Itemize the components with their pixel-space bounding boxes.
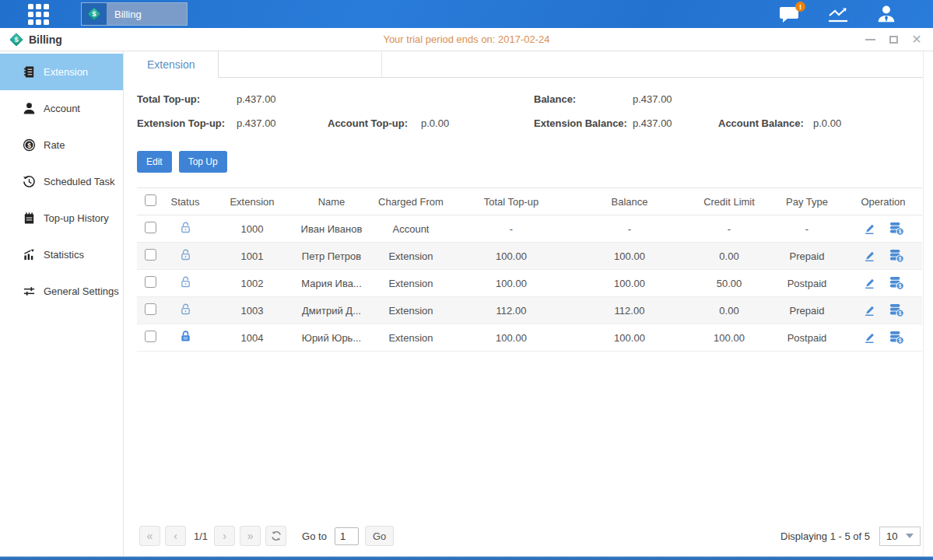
top-up-row-icon[interactable]: $ <box>889 303 904 317</box>
tab-strip-spacer <box>219 51 382 77</box>
edit-row-icon[interactable] <box>863 249 877 263</box>
table-row: 1003 Дмитрий Д... Extension 112.00 112.0… <box>137 297 922 324</box>
go-button[interactable]: Go <box>365 526 394 546</box>
cell-extension: 1003 <box>207 305 297 317</box>
lock-closed-icon <box>163 330 207 345</box>
cell-balance: 100.00 <box>566 332 693 344</box>
page-size-value: 10 <box>886 530 897 542</box>
cell-name: Иван Иванов <box>297 223 366 235</box>
first-page-button[interactable]: « <box>139 526 160 546</box>
cell-pay-type: Prepaid <box>766 305 848 317</box>
top-up-row-icon[interactable]: $ <box>889 222 904 236</box>
cell-credit-limit: 50.00 <box>693 278 766 289</box>
sidebar-item-general-settings[interactable]: General Settings <box>0 273 123 310</box>
refresh-button[interactable] <box>265 526 286 546</box>
svg-text:$: $ <box>27 142 31 149</box>
sidebar-item-label: Top-up History <box>44 212 109 224</box>
cell-pay-type: Postpaid <box>766 278 848 289</box>
lock-open-icon <box>163 275 207 291</box>
cell-charged-from: Account <box>366 223 456 235</box>
cell-balance: - <box>566 223 693 235</box>
cell-charged-from: Extension <box>366 305 456 317</box>
edit-row-icon[interactable] <box>863 303 877 317</box>
tab-strip: Extension <box>124 51 923 78</box>
summary-label: Account Balance: <box>718 117 813 129</box>
go-to-page-input[interactable] <box>335 527 359 545</box>
cell-balance: 112.00 <box>566 305 693 317</box>
svg-text:$: $ <box>898 338 901 344</box>
column-header-operation: Operation <box>848 196 918 208</box>
sidebar-item-topup-history[interactable]: Top-up History <box>0 200 123 236</box>
person-icon <box>23 102 36 115</box>
window-title-text: Billing <box>29 33 62 46</box>
lock-open-icon <box>163 303 207 318</box>
cell-extension: 1002 <box>207 278 297 289</box>
clock-history-icon <box>23 175 36 188</box>
cell-name: Дмитрий Д... <box>297 305 366 317</box>
cell-credit-limit: - <box>693 223 766 235</box>
edit-row-icon[interactable] <box>863 276 877 290</box>
tab-extension[interactable]: Extension <box>124 51 219 78</box>
prev-page-button[interactable]: ‹ <box>165 526 186 546</box>
top-up-row-icon[interactable]: $ <box>889 249 904 263</box>
minimize-icon[interactable] <box>865 34 875 45</box>
maximize-icon[interactable] <box>888 34 899 45</box>
app-grid-icon[interactable] <box>28 4 49 25</box>
notification-badge: ! <box>795 2 805 12</box>
ledger-icon <box>23 65 36 79</box>
edit-row-icon[interactable] <box>863 222 877 236</box>
summary-label: Extension Top-up: <box>137 117 237 129</box>
top-up-row-icon[interactable]: $ <box>889 276 904 290</box>
row-checkbox[interactable] <box>145 303 156 315</box>
cell-total-topup: 100.00 <box>456 332 566 344</box>
cell-balance: 100.00 <box>566 250 693 262</box>
sidebar-item-scheduled-task[interactable]: Scheduled Task <box>0 163 123 200</box>
top-up-button[interactable]: Top Up <box>179 151 227 173</box>
cell-charged-from: Extension <box>366 278 456 289</box>
sidebar-item-label: General Settings <box>44 285 119 297</box>
summary-label: Total Top-up: <box>137 93 237 105</box>
cell-pay-type: Prepaid <box>766 250 848 262</box>
column-header-total-topup: Total Top-up <box>456 196 566 208</box>
select-all-checkbox[interactable] <box>145 194 156 206</box>
row-checkbox[interactable] <box>145 331 156 342</box>
topbar: $ Billing ! <box>0 0 933 28</box>
sidebar-item-account[interactable]: Account <box>0 90 123 127</box>
edit-button[interactable]: Edit <box>137 151 172 173</box>
last-page-button[interactable]: » <box>240 526 261 546</box>
billing-app-tab[interactable]: $ Billing <box>81 2 188 26</box>
sidebar-item-extension[interactable]: Extension <box>0 54 123 90</box>
summary-label: Extension Balance: <box>534 117 633 129</box>
cell-charged-from: Extension <box>366 332 456 344</box>
messages-icon[interactable]: ! <box>777 3 802 25</box>
cell-charged-from: Extension <box>366 250 456 262</box>
edit-row-icon[interactable] <box>863 331 877 345</box>
row-checkbox[interactable] <box>145 222 156 233</box>
cell-name: Петр Петров <box>297 250 366 262</box>
lock-open-icon <box>163 221 207 236</box>
next-page-button[interactable]: › <box>214 526 235 546</box>
summary-label: Balance: <box>534 93 633 105</box>
sidebar-item-label: Account <box>44 103 80 114</box>
summary-value: p.437.00 <box>633 117 718 129</box>
row-checkbox[interactable] <box>145 276 156 288</box>
summary-value: p.437.00 <box>237 117 328 129</box>
reports-chart-icon[interactable] <box>826 3 851 25</box>
cell-extension: 1004 <box>207 332 297 344</box>
user-account-icon[interactable] <box>874 3 899 25</box>
cell-credit-limit: 0.00 <box>693 250 766 262</box>
page-size-select[interactable]: 10 <box>879 527 921 546</box>
lock-open-icon <box>163 248 207 264</box>
top-up-row-icon[interactable]: $ <box>889 331 904 345</box>
summary-value: p.0.00 <box>421 117 534 129</box>
cell-pay-type: - <box>766 223 848 235</box>
sidebar-item-statistics[interactable]: Statistics <box>0 236 123 273</box>
column-header-credit-limit: Credit Limit <box>693 196 766 208</box>
sidebar-item-rate[interactable]: $ Rate <box>0 127 123 163</box>
close-icon[interactable]: ✕ <box>911 34 922 45</box>
cell-credit-limit: 0.00 <box>693 305 766 317</box>
page-indicator: 1/1 <box>194 530 208 542</box>
cell-extension: 1000 <box>207 223 297 235</box>
cell-name: Мария Ива... <box>297 278 366 289</box>
row-checkbox[interactable] <box>145 249 156 261</box>
